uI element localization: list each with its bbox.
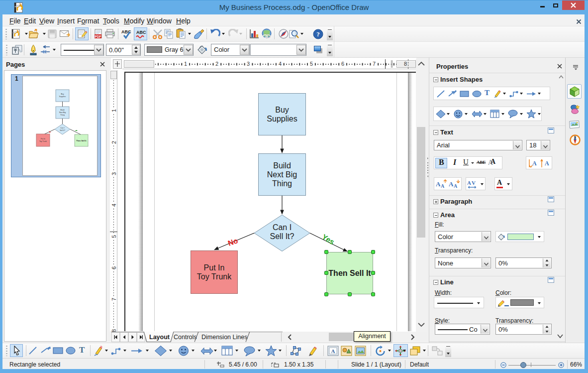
svg-text:A: A	[467, 180, 471, 186]
svg-text:Can I: Can I	[273, 223, 292, 232]
svg-text:Buy: Buy	[61, 93, 64, 95]
svg-text:Sell It?: Sell It?	[270, 232, 294, 241]
svg-text:A: A	[449, 180, 454, 188]
svg-text:A: A	[441, 183, 445, 189]
svg-text:Put In: Put In	[41, 138, 45, 140]
svg-text:PDF: PDF	[95, 35, 101, 38]
svg-text:Thing: Thing	[60, 114, 65, 116]
svg-text:Toy Trunk: Toy Trunk	[39, 140, 47, 142]
svg-text:Supplies: Supplies	[59, 96, 66, 98]
svg-text:A: A	[331, 348, 335, 354]
svg-text:?: ?	[316, 30, 320, 38]
svg-text:Sell It?: Sell It?	[60, 129, 65, 131]
svg-text:A: A	[436, 180, 441, 188]
svg-text:ABC: ABC	[136, 30, 146, 35]
svg-text:Next Big: Next Big	[59, 112, 66, 114]
svg-text:Then Sell It: Then Sell It	[76, 140, 87, 142]
svg-text:Can I: Can I	[60, 127, 64, 129]
svg-text:A: A	[532, 160, 537, 167]
svg-text:Build: Build	[61, 109, 65, 111]
svg-text:N: N	[574, 135, 576, 138]
svg-text:V: V	[472, 180, 476, 186]
svg-text:A: A	[545, 160, 549, 167]
svg-text:A: A	[454, 183, 458, 189]
